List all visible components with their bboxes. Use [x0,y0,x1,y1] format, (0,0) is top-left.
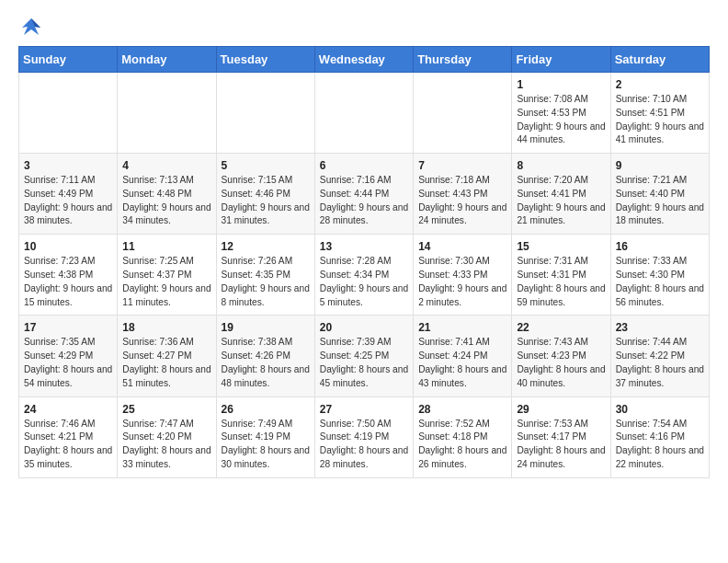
weekday-header-friday: Friday [512,47,610,73]
calendar-cell: 27Sunrise: 7:50 AMSunset: 4:19 PMDayligh… [314,396,413,477]
calendar-cell [19,73,118,154]
weekday-header-tuesday: Tuesday [216,47,314,73]
calendar-cell: 20Sunrise: 7:39 AMSunset: 4:25 PMDayligh… [314,316,413,396]
day-number: 21 [418,321,506,334]
header [18,15,710,40]
day-number: 27 [320,403,408,416]
day-info: Sunrise: 7:35 AMSunset: 4:29 PMDaylight:… [24,336,112,390]
calendar-cell [118,73,216,154]
calendar-cell: 28Sunrise: 7:52 AMSunset: 4:18 PMDayligh… [414,396,512,477]
day-info: Sunrise: 7:20 AMSunset: 4:41 PMDaylight:… [517,174,605,228]
day-number: 29 [517,403,605,416]
day-number: 19 [222,321,310,334]
day-number: 17 [24,321,112,334]
day-info: Sunrise: 7:39 AMSunset: 4:25 PMDaylight:… [320,336,408,390]
calendar-cell: 21Sunrise: 7:41 AMSunset: 4:24 PMDayligh… [414,316,512,396]
day-info: Sunrise: 7:13 AMSunset: 4:48 PMDaylight:… [122,174,210,228]
calendar-cell: 26Sunrise: 7:49 AMSunset: 4:19 PMDayligh… [216,396,314,477]
calendar-cell: 16Sunrise: 7:33 AMSunset: 4:30 PMDayligh… [610,235,709,316]
calendar-cell: 8Sunrise: 7:20 AMSunset: 4:41 PMDaylight… [512,154,610,235]
day-info: Sunrise: 7:52 AMSunset: 4:18 PMDaylight:… [418,418,506,472]
day-number: 8 [517,159,605,172]
day-number: 30 [616,403,704,416]
calendar-cell: 6Sunrise: 7:16 AMSunset: 4:44 PMDaylight… [314,154,413,235]
week-row-1: 1Sunrise: 7:08 AMSunset: 4:53 PMDaylight… [19,73,710,154]
calendar-cell: 7Sunrise: 7:18 AMSunset: 4:43 PMDaylight… [414,154,512,235]
calendar-table: SundayMondayTuesdayWednesdayThursdayFrid… [18,46,710,478]
day-number: 26 [222,403,310,416]
day-number: 5 [222,159,310,172]
day-info: Sunrise: 7:15 AMSunset: 4:46 PMDaylight:… [222,174,310,228]
calendar-cell: 24Sunrise: 7:46 AMSunset: 4:21 PMDayligh… [19,396,118,477]
day-info: Sunrise: 7:49 AMSunset: 4:19 PMDaylight:… [222,418,310,472]
day-info: Sunrise: 7:25 AMSunset: 4:37 PMDaylight:… [122,255,210,309]
calendar-cell: 11Sunrise: 7:25 AMSunset: 4:37 PMDayligh… [118,235,216,316]
calendar-cell: 13Sunrise: 7:28 AMSunset: 4:34 PMDayligh… [314,235,413,316]
week-row-2: 3Sunrise: 7:11 AMSunset: 4:49 PMDaylight… [19,154,710,235]
day-info: Sunrise: 7:11 AMSunset: 4:49 PMDaylight:… [24,174,112,228]
day-number: 7 [418,159,506,172]
calendar-cell: 22Sunrise: 7:43 AMSunset: 4:23 PMDayligh… [512,316,610,396]
day-number: 13 [320,240,408,253]
calendar-cell: 23Sunrise: 7:44 AMSunset: 4:22 PMDayligh… [610,316,709,396]
day-info: Sunrise: 7:44 AMSunset: 4:22 PMDaylight:… [616,336,704,390]
day-info: Sunrise: 7:38 AMSunset: 4:26 PMDaylight:… [222,336,310,390]
day-number: 2 [616,78,704,91]
weekday-header-wednesday: Wednesday [314,47,413,73]
day-info: Sunrise: 7:46 AMSunset: 4:21 PMDaylight:… [24,418,112,472]
day-number: 22 [517,321,605,334]
day-number: 6 [320,159,408,172]
day-number: 3 [24,159,112,172]
day-number: 14 [418,240,506,253]
logo [18,15,48,40]
day-info: Sunrise: 7:16 AMSunset: 4:44 PMDaylight:… [320,174,408,228]
day-info: Sunrise: 7:18 AMSunset: 4:43 PMDaylight:… [418,174,506,228]
week-row-3: 10Sunrise: 7:23 AMSunset: 4:38 PMDayligh… [19,235,710,316]
day-info: Sunrise: 7:31 AMSunset: 4:31 PMDaylight:… [517,255,605,309]
calendar-cell: 14Sunrise: 7:30 AMSunset: 4:33 PMDayligh… [414,235,512,316]
day-number: 4 [122,159,210,172]
calendar-cell: 2Sunrise: 7:10 AMSunset: 4:51 PMDaylight… [610,73,709,154]
calendar-cell [414,73,512,154]
day-number: 25 [122,403,210,416]
calendar-cell: 3Sunrise: 7:11 AMSunset: 4:49 PMDaylight… [19,154,118,235]
calendar-cell: 18Sunrise: 7:36 AMSunset: 4:27 PMDayligh… [118,316,216,396]
calendar-cell: 17Sunrise: 7:35 AMSunset: 4:29 PMDayligh… [19,316,118,396]
logo-bird-icon [18,15,44,40]
day-info: Sunrise: 7:41 AMSunset: 4:24 PMDaylight:… [418,336,506,390]
calendar-cell: 9Sunrise: 7:21 AMSunset: 4:40 PMDaylight… [610,154,709,235]
calendar-cell: 5Sunrise: 7:15 AMSunset: 4:46 PMDaylight… [216,154,314,235]
day-number: 12 [222,240,310,253]
day-number: 16 [616,240,704,253]
day-number: 28 [418,403,506,416]
day-number: 9 [616,159,704,172]
day-info: Sunrise: 7:21 AMSunset: 4:40 PMDaylight:… [616,174,704,228]
weekday-header-sunday: Sunday [19,47,118,73]
calendar-cell: 10Sunrise: 7:23 AMSunset: 4:38 PMDayligh… [19,235,118,316]
day-number: 1 [517,78,605,91]
calendar-cell: 19Sunrise: 7:38 AMSunset: 4:26 PMDayligh… [216,316,314,396]
weekday-header-saturday: Saturday [610,47,709,73]
day-info: Sunrise: 7:28 AMSunset: 4:34 PMDaylight:… [320,255,408,309]
calendar-cell: 12Sunrise: 7:26 AMSunset: 4:35 PMDayligh… [216,235,314,316]
calendar-cell [314,73,413,154]
day-info: Sunrise: 7:54 AMSunset: 4:16 PMDaylight:… [616,418,704,472]
day-info: Sunrise: 7:10 AMSunset: 4:51 PMDaylight:… [616,93,704,147]
calendar-cell: 4Sunrise: 7:13 AMSunset: 4:48 PMDaylight… [118,154,216,235]
weekday-header-row: SundayMondayTuesdayWednesdayThursdayFrid… [19,47,710,73]
week-row-5: 24Sunrise: 7:46 AMSunset: 4:21 PMDayligh… [19,396,710,477]
day-info: Sunrise: 7:08 AMSunset: 4:53 PMDaylight:… [517,93,605,147]
day-info: Sunrise: 7:33 AMSunset: 4:30 PMDaylight:… [616,255,704,309]
day-info: Sunrise: 7:36 AMSunset: 4:27 PMDaylight:… [122,336,210,390]
calendar-cell: 15Sunrise: 7:31 AMSunset: 4:31 PMDayligh… [512,235,610,316]
day-info: Sunrise: 7:23 AMSunset: 4:38 PMDaylight:… [24,255,112,309]
day-number: 18 [122,321,210,334]
calendar-cell: 29Sunrise: 7:53 AMSunset: 4:17 PMDayligh… [512,396,610,477]
day-info: Sunrise: 7:26 AMSunset: 4:35 PMDaylight:… [222,255,310,309]
week-row-4: 17Sunrise: 7:35 AMSunset: 4:29 PMDayligh… [19,316,710,396]
day-number: 20 [320,321,408,334]
day-number: 23 [616,321,704,334]
day-info: Sunrise: 7:30 AMSunset: 4:33 PMDaylight:… [418,255,506,309]
day-info: Sunrise: 7:50 AMSunset: 4:19 PMDaylight:… [320,418,408,472]
calendar-cell: 1Sunrise: 7:08 AMSunset: 4:53 PMDaylight… [512,73,610,154]
